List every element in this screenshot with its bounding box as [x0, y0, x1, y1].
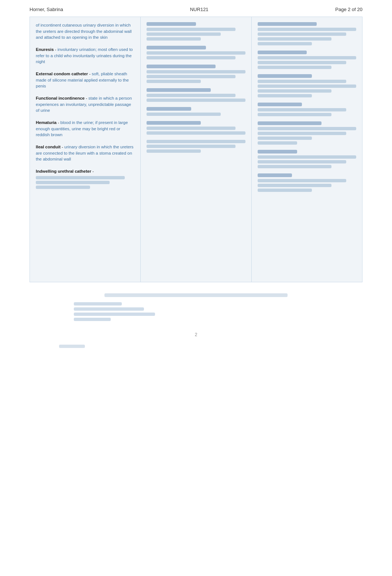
blurred-line	[147, 131, 245, 135]
footer-line-3	[74, 313, 155, 316]
col2-block-5	[147, 107, 245, 116]
blurred-heading	[147, 22, 196, 26]
page-header: Horner, Sabrina NUR121 Page 2 of 20	[0, 0, 392, 17]
term-label-ecc: External condom catheter	[36, 72, 88, 76]
blurred-line	[258, 160, 347, 163]
blurred-line	[147, 32, 220, 36]
blurred-heading	[258, 150, 297, 154]
blurred-iuc-3	[36, 186, 90, 189]
blurred-line	[258, 66, 331, 69]
student-name: Horner, Sabrina	[30, 7, 63, 12]
bottom-tag-blurred	[59, 345, 85, 348]
course-code: NUR121	[190, 7, 209, 12]
col2-block-1	[147, 22, 245, 41]
column-2	[141, 17, 251, 282]
blurred-line	[258, 32, 347, 36]
blurred-line	[147, 70, 245, 73]
blurred-heading	[147, 88, 211, 92]
footer-line-2	[74, 307, 144, 311]
blurred-line	[147, 127, 235, 130]
blurred-line	[258, 37, 331, 41]
term-enuresis: Enuresis - involuntary urination; most o…	[36, 46, 134, 65]
footer-blurred-bar	[104, 293, 288, 297]
term-dash-fi: -	[85, 96, 88, 100]
blurred-line	[147, 28, 235, 31]
column-1: of incontinent cutaneous urinary diversi…	[30, 17, 141, 282]
blurred-heading	[258, 173, 292, 177]
blurred-line	[147, 140, 245, 143]
col3-block-6	[258, 150, 356, 168]
blurred-line	[258, 179, 347, 182]
blurred-heading	[147, 65, 216, 68]
footer-line-4	[74, 318, 111, 321]
term-label-iuc: Indwelling urethral catheter	[36, 169, 91, 173]
term-label-ic: Ileal conduit	[36, 145, 61, 149]
col2-block-4	[147, 88, 245, 102]
blurred-line	[147, 94, 235, 97]
blurred-heading	[258, 74, 312, 78]
blurred-line	[258, 89, 331, 93]
blurred-line	[147, 37, 201, 41]
main-content-area: of incontinent cutaneous urinary diversi…	[0, 17, 392, 282]
footer-line-1	[74, 302, 122, 306]
page-number: 2	[30, 332, 362, 337]
term-dash-enuresis: -	[54, 47, 58, 52]
blurred-heading	[258, 103, 302, 106]
blurred-iuc-1	[36, 176, 125, 179]
blurred-iuc-2	[36, 181, 110, 184]
blurred-line	[258, 184, 331, 187]
term-dash-iuc: -	[91, 169, 94, 173]
blurred-line	[147, 145, 235, 148]
term-dash-ecc: -	[88, 72, 92, 76]
col3-block-4	[258, 103, 356, 116]
term-functional-incontinence: Functional incontinence - state in which…	[36, 95, 134, 114]
col2-block-6	[147, 121, 245, 135]
blurred-line	[258, 42, 312, 45]
blurred-heading	[258, 121, 322, 125]
term-ileal-conduit: Ileal conduit - urinary diversion in whi…	[36, 144, 134, 162]
blurred-line	[147, 56, 235, 59]
blurred-line	[147, 113, 220, 116]
three-column-box: of incontinent cutaneous urinary diversi…	[30, 17, 362, 282]
term-label-enuresis: Enuresis	[36, 47, 54, 52]
blurred-line	[147, 51, 245, 55]
blurred-line	[147, 75, 235, 78]
blurred-line	[258, 108, 347, 111]
blurred-heading	[147, 46, 206, 49]
blurred-line	[258, 56, 356, 59]
col3-block-2	[258, 51, 356, 69]
blurred-line	[258, 127, 356, 130]
blurred-line	[258, 165, 331, 168]
blurred-line	[258, 28, 356, 31]
blurred-line	[147, 149, 201, 153]
blurred-line	[258, 132, 347, 135]
blurred-line	[258, 84, 356, 88]
blurred-heading	[258, 51, 307, 54]
page-info: Page 2 of 20	[335, 7, 362, 12]
col3-block-5	[258, 121, 356, 145]
blurred-heading	[258, 22, 317, 26]
term-indwelling-catheter: Indwelling urethral catheter -	[36, 168, 134, 189]
blurred-heading	[147, 121, 201, 125]
term-hematuria: Hematuria - blood in the urine; if prese…	[36, 120, 134, 138]
footer-sub-block	[74, 302, 362, 321]
col2-block-2	[147, 46, 245, 59]
blurred-line	[258, 155, 356, 159]
blurred-line	[147, 99, 245, 102]
term-dash-hematuria: -	[56, 120, 60, 125]
term-label-fi: Functional incontinence	[36, 96, 85, 100]
term-external-condom-catheter: External condom catheter - soft, pliable…	[36, 71, 134, 89]
blurred-line	[258, 61, 347, 64]
blurred-line	[258, 113, 331, 116]
blurred-heading	[147, 107, 191, 111]
blurred-line	[258, 94, 312, 97]
col3-block-3	[258, 74, 356, 97]
blurred-line	[147, 80, 201, 83]
blurred-line	[258, 80, 347, 83]
col2-block-7	[147, 140, 245, 153]
term-dash-ic: -	[61, 145, 64, 149]
col3-block-1	[258, 22, 356, 45]
bottom-label	[59, 345, 362, 348]
blurred-line	[258, 137, 312, 140]
term-label-hematuria: Hematuria	[36, 120, 56, 125]
